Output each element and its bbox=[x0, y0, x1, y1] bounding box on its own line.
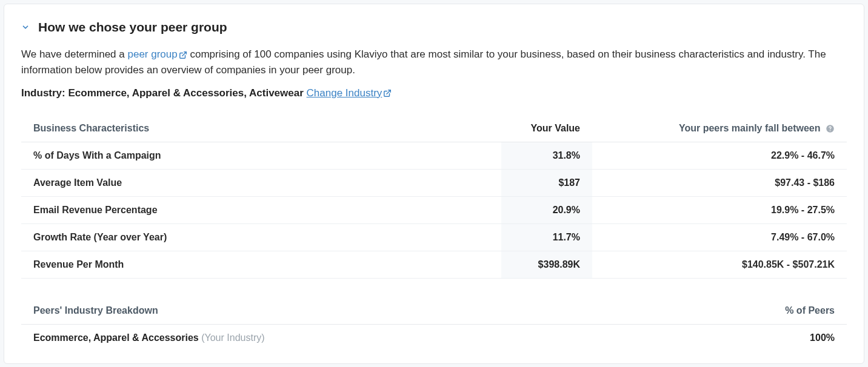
row-your-value: $398.89K bbox=[501, 251, 592, 278]
row-peer-range: $140.85K - $507.21K bbox=[592, 251, 847, 278]
table-row: Email Revenue Percentage 20.9% 19.9% - 2… bbox=[21, 196, 847, 223]
row-your-value: 31.8% bbox=[501, 142, 592, 169]
table-row: Average Item Value $187 $97.43 - $186 bbox=[21, 169, 847, 196]
table-row: Revenue Per Month $398.89K $140.85K - $5… bbox=[21, 251, 847, 278]
breakdown-row-label: Ecommerce, Apparel & Accessories (Your I… bbox=[21, 325, 592, 352]
row-your-value: 20.9% bbox=[501, 196, 592, 223]
spacer-row bbox=[21, 278, 847, 297]
breakdown-row-note: (Your Industry) bbox=[201, 332, 264, 343]
row-label: Revenue Per Month bbox=[21, 251, 501, 278]
col-head-your-value: Your Value bbox=[501, 115, 592, 142]
help-icon[interactable] bbox=[826, 124, 835, 133]
industry-value: Ecommerce, Apparel & Accessories, Active… bbox=[68, 87, 303, 99]
chevron-down-icon bbox=[21, 23, 30, 31]
svg-line-1 bbox=[387, 90, 390, 94]
breakdown-row: Ecommerce, Apparel & Accessories (Your I… bbox=[21, 325, 847, 352]
card-title: How we chose your peer group bbox=[38, 20, 227, 35]
peer-group-link[interactable]: peer group bbox=[127, 48, 187, 60]
row-peer-range: 19.9% - 27.5% bbox=[592, 196, 847, 223]
row-your-value: $187 bbox=[501, 169, 592, 196]
table-header-row: Business Characteristics Your Value Your… bbox=[21, 115, 847, 142]
row-your-value: 11.7% bbox=[501, 223, 592, 251]
peer-group-card: How we chose your peer group We have det… bbox=[4, 4, 864, 364]
col-head-peer-range: Your peers mainly fall between bbox=[592, 115, 847, 142]
svg-line-0 bbox=[182, 51, 186, 55]
row-peer-range: 22.9% - 46.7% bbox=[592, 142, 847, 169]
card-header[interactable]: How we chose your peer group bbox=[21, 20, 847, 35]
col-head-characteristic: Business Characteristics bbox=[21, 115, 501, 142]
table-row: Growth Rate (Year over Year) 11.7% 7.49%… bbox=[21, 223, 847, 251]
change-industry-link[interactable]: Change Industry bbox=[307, 87, 392, 99]
table-row: % of Days With a Campaign 31.8% 22.9% - … bbox=[21, 142, 847, 169]
row-label: Growth Rate (Year over Year) bbox=[21, 223, 501, 251]
row-peer-range: $97.43 - $186 bbox=[592, 169, 847, 196]
breakdown-head-right: % of Peers bbox=[592, 297, 847, 325]
external-link-icon bbox=[383, 89, 392, 98]
characteristics-table: Business Characteristics Your Value Your… bbox=[21, 115, 847, 352]
row-peer-range: 7.49% - 67.0% bbox=[592, 223, 847, 251]
row-label: Email Revenue Percentage bbox=[21, 196, 501, 223]
col-head-peer-range-text: Your peers mainly fall between bbox=[679, 123, 821, 133]
intro-prefix: We have determined a bbox=[21, 48, 127, 60]
breakdown-row-value: 100% bbox=[592, 325, 847, 352]
breakdown-header-row: Peers' Industry Breakdown % of Peers bbox=[21, 297, 847, 325]
external-link-icon bbox=[179, 51, 187, 59]
industry-line: Industry: Ecommerce, Apparel & Accessori… bbox=[21, 87, 847, 99]
peer-group-link-text: peer group bbox=[127, 48, 177, 60]
breakdown-row-label-text: Ecommerce, Apparel & Accessories bbox=[33, 332, 199, 343]
industry-label: Industry: bbox=[21, 87, 68, 99]
row-label: Average Item Value bbox=[21, 169, 501, 196]
row-label: % of Days With a Campaign bbox=[21, 142, 501, 169]
intro-text: We have determined a peer group comprisi… bbox=[21, 47, 847, 79]
svg-point-3 bbox=[830, 130, 831, 131]
change-industry-text: Change Industry bbox=[307, 87, 382, 99]
breakdown-head-left: Peers' Industry Breakdown bbox=[21, 297, 592, 325]
